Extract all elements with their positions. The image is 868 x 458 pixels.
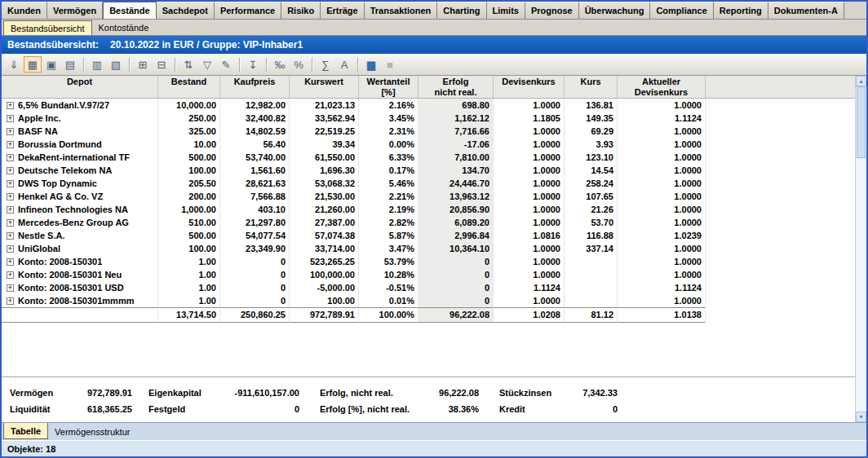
expand-icon[interactable]: + [7, 232, 14, 240]
export-table-icon[interactable]: ⇓ [5, 56, 23, 73]
summary-value-erfolg-nicht-real: 96,222.08 [410, 388, 479, 398]
stop-icon[interactable]: ■ [381, 56, 399, 73]
tab-performance[interactable]: Performance [215, 2, 281, 19]
column-header-kurs[interactable]: Kurs [565, 76, 618, 98]
column-header-erfolg[interactable]: Erfolg nicht real. [418, 76, 494, 98]
value-cell: 500.00 [158, 229, 220, 242]
expand-icon[interactable]: + [7, 167, 14, 174]
tab-compliance[interactable]: Compliance [650, 2, 713, 19]
expand-icon[interactable]: + [7, 297, 14, 305]
expand-icon[interactable]: + [7, 245, 14, 253]
scrollbar-thumb[interactable] [857, 86, 866, 158]
sum-icon[interactable]: ∑ [317, 56, 334, 73]
filter-icon[interactable]: ▽ [198, 56, 216, 73]
value-cell: 1.0000 [618, 177, 706, 190]
table-mode-icon[interactable]: ▥ [88, 56, 106, 73]
download-icon[interactable]: ↧ [244, 56, 262, 73]
column-header-devisenkurs[interactable]: Devisenkurs [494, 76, 565, 98]
tab-charting[interactable]: Charting [437, 2, 486, 19]
table-row[interactable]: +UniGlobal100.0023,349.9033,714.003.47%1… [2, 242, 855, 255]
scrollbar-track[interactable] [856, 86, 866, 412]
expand-icon[interactable]: + [7, 128, 14, 135]
decimals-decrease-icon[interactable]: % [290, 56, 308, 73]
vertical-scrollbar[interactable]: ▲ ▼ [855, 76, 866, 422]
summary-label-liquiditaet: Liquidität [10, 404, 71, 414]
save-view-icon[interactable]: ▤ [61, 56, 79, 73]
expand-icon[interactable]: + [7, 284, 14, 292]
table-row[interactable]: +Apple Inc.250.0032,400.8233,562.943.45%… [2, 112, 855, 125]
value-cell: 10.00 [158, 138, 220, 151]
tab-prognose[interactable]: Prognose [525, 2, 579, 19]
table-row[interactable]: +Konto: 2008-150301 Neu1.000100,000.0010… [2, 268, 855, 281]
column-header-aktueller[interactable]: Aktueller Devisenkurs [618, 76, 706, 98]
tab-limits[interactable]: Limits [487, 2, 525, 19]
card-mode-icon[interactable]: ▧ [107, 56, 125, 73]
depot-name-cell: +Konto: 2008-150301 [2, 255, 158, 268]
column-header-wertanteil[interactable]: Wertanteil [%] [359, 76, 418, 98]
edit-layout-icon[interactable]: ▦ [24, 56, 42, 73]
tab-bestaende[interactable]: Bestände [103, 2, 157, 19]
tab-sachdepot[interactable]: Sachdepot [157, 2, 215, 19]
depot-name: UniGlobal [18, 242, 60, 255]
expand-icon[interactable]: + [7, 115, 14, 122]
row-filler [706, 268, 855, 281]
tab-risiko[interactable]: Risiko [281, 2, 321, 19]
expand-icon[interactable]: + [7, 180, 14, 187]
tab-dokumenten-a[interactable]: Dokumenten-A [768, 2, 844, 19]
value-cell: 5.87% [359, 229, 418, 242]
chart-icon[interactable]: ▆ [362, 56, 380, 73]
table-row[interactable]: +Infineon Technologies NA1,000.00403.102… [2, 203, 855, 216]
font-icon[interactable]: A [335, 56, 353, 73]
tab-reporting[interactable]: Reporting [714, 2, 768, 19]
column-header-bestand[interactable]: Bestand [158, 76, 220, 98]
tab-kunden[interactable]: Kunden [2, 2, 47, 19]
tab-ertraege[interactable]: Erträge [321, 2, 365, 19]
table-row[interactable]: +Konto: 2008-150301 USD1.000-5,000.00-0.… [2, 281, 855, 294]
tab-transaktionen[interactable]: Transaktionen [365, 2, 438, 19]
value-cell: -0.51% [359, 281, 418, 294]
table-row[interactable]: +Deutsche Telekom NA100.001,561.601,696.… [2, 164, 855, 177]
filter-edit-icon[interactable]: ✎ [217, 56, 235, 73]
value-cell [565, 255, 618, 268]
expand-icon[interactable]: + [7, 219, 14, 227]
table-row[interactable]: +Nestle S.A.500.0054,077.5457,074.385.87… [2, 229, 855, 242]
table-row[interactable]: +Mercedes-Benz Group AG510.0021,297.8027… [2, 216, 855, 229]
table-row[interactable]: +6,5% Bundanl.V.97/2710,000.0012,982.002… [2, 99, 855, 112]
scroll-down-icon[interactable]: ▼ [856, 412, 866, 422]
expand-all-icon[interactable]: ⊞ [134, 56, 152, 73]
decimals-increase-icon[interactable]: ‰ [271, 56, 289, 73]
value-cell: 3.93 [565, 138, 618, 151]
expand-icon[interactable]: + [7, 258, 14, 266]
subtab-kontostaende[interactable]: Kontostände [92, 20, 156, 35]
table-row[interactable]: +DWS Top Dynamic205.5028,621.6353,068.32… [2, 177, 855, 190]
column-header-kurswert[interactable]: Kurswert [290, 76, 359, 98]
expand-icon[interactable]: + [7, 193, 14, 200]
value-cell: 21,297.80 [220, 216, 290, 229]
value-cell: 56.40 [220, 138, 290, 151]
table-row[interactable]: +Konto: 2008-1503011.000523,265.2553.79%… [2, 255, 855, 268]
depot-name: Konto: 2008-150301 USD [18, 281, 124, 294]
column-header-depot[interactable]: Depot [2, 76, 158, 98]
bottom-tab-vermoegensstruktur[interactable]: Vermögensstruktur [48, 423, 136, 440]
tab-ueberwachung[interactable]: Überwachung [579, 2, 651, 19]
collapse-all-icon[interactable]: ⊟ [153, 56, 170, 73]
table-row[interactable]: +DekaRent-international TF500.0053,740.0… [2, 151, 855, 164]
table-row[interactable]: +Henkel AG & Co. VZ200.007,566.8821,530.… [2, 190, 855, 203]
expand-icon[interactable]: + [7, 141, 14, 148]
table-row[interactable]: +Borussia Dortmund10.0056.4039.340.00%-1… [2, 138, 855, 151]
value-cell: 61,550.00 [290, 151, 359, 164]
bottom-tab-tabelle[interactable]: Tabelle [3, 423, 48, 439]
expand-icon[interactable]: + [7, 102, 14, 109]
scroll-up-icon[interactable]: ▲ [856, 76, 866, 86]
value-cell: 698.80 [418, 99, 494, 112]
expand-icon[interactable]: + [7, 206, 14, 214]
copy-icon[interactable]: ▣ [42, 56, 60, 73]
table-row[interactable]: +BASF NA325.0014,802.5922,519.252.31%7,7… [2, 125, 855, 138]
table-row[interactable]: +Konto: 2008-150301mmmm1.000100.000.01%0… [2, 294, 855, 307]
column-header-kaufpreis[interactable]: Kaufpreis [220, 76, 290, 98]
sort-icon[interactable]: ⇅ [179, 56, 197, 73]
expand-icon[interactable]: + [7, 154, 14, 161]
expand-icon[interactable]: + [7, 271, 14, 279]
subtab-bestandsuebersicht[interactable]: Bestandsübersicht [3, 20, 92, 35]
tab-vermoegen[interactable]: Vermögen [47, 2, 103, 19]
